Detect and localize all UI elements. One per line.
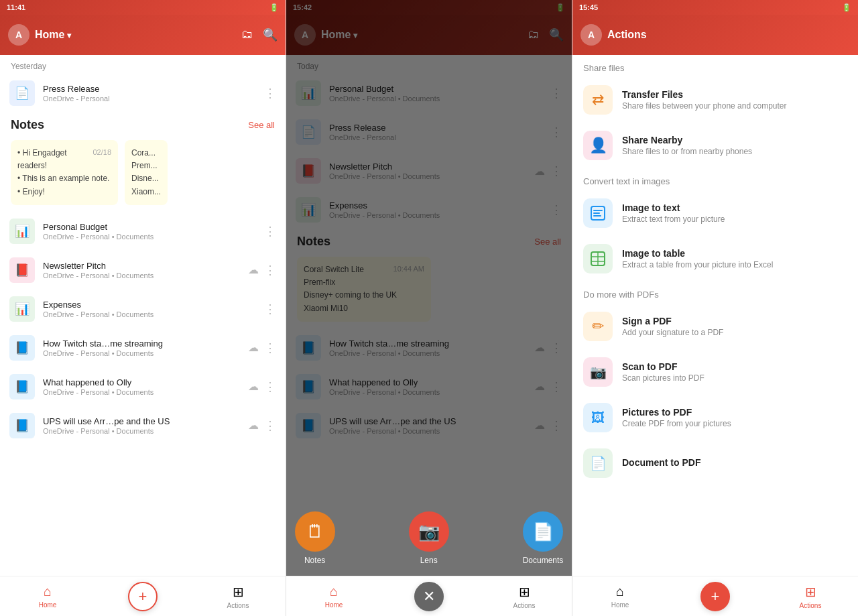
more-icon-ups-1[interactable]: ⋮ — [264, 418, 276, 433]
file-icon-personal-budget-1: 📊 — [9, 219, 35, 244]
fab-tray-lens[interactable]: 📷 Lens — [409, 511, 449, 565]
share-files-label: Share files — [572, 55, 858, 77]
home-title-1[interactable]: Home — [35, 29, 71, 41]
lens-fab-label: Lens — [420, 556, 438, 565]
actions-label-1: Actions — [227, 602, 249, 609]
actions-label-3: Actions — [800, 602, 822, 609]
share-nearby-icon: 👤 — [589, 137, 607, 154]
file-item-personal-budget-1[interactable]: 📊 Personal Budget OneDrive - Personal • … — [0, 212, 286, 251]
search-icon-1[interactable]: 🔍 — [263, 27, 278, 42]
home-label-1: Home — [39, 601, 57, 609]
bottom-nav-1: ⌂ Home + ⊞ Actions — [0, 576, 286, 616]
documents-fab-label: Documents — [523, 556, 564, 565]
avatar-3[interactable]: A — [580, 24, 602, 46]
notes-title-1: Notes — [11, 118, 44, 132]
notes-scroll-1: 02/18 • Hi Engadget readers! • This is a… — [0, 137, 286, 212]
note-card-2[interactable]: Cora... Prem... Disne... Xiaom... — [125, 140, 168, 205]
home-label-2: Home — [325, 601, 343, 609]
cloud-icon-twitch-1: ☁ — [248, 341, 259, 354]
actions-label-2: Actions — [513, 602, 536, 609]
scan-pdf-subtitle: Scan pictures into PDF — [622, 373, 704, 383]
document-pdf-icon-box: 📄 — [583, 448, 613, 478]
image-to-text-subtitle: Extract text from your picture — [622, 214, 725, 224]
action-pictures-pdf[interactable]: 🖼 Pictures to PDF Create PDF from your p… — [572, 395, 858, 440]
svg-rect-2 — [593, 212, 600, 214]
fab-button-3[interactable]: + — [700, 582, 730, 611]
more-icon-twitch-1[interactable]: ⋮ — [264, 341, 276, 355]
nav-actions-1[interactable]: ⊞ Actions — [190, 584, 286, 609]
file-item-twitch-1[interactable]: 📘 How Twitch sta…me streaming OneDrive -… — [0, 328, 286, 367]
action-share-nearby[interactable]: 👤 Share Nearby Share files to or from ne… — [572, 123, 858, 168]
lens-fab-circle: 📷 — [409, 511, 449, 552]
folder-icon-1[interactable]: 🗂 — [241, 27, 253, 42]
fab-button-1[interactable]: + — [128, 582, 158, 611]
fab-close-button[interactable]: ✕ — [414, 582, 444, 611]
cloud-icon-ups-1: ☁ — [248, 419, 259, 432]
sign-pdf-icon: ✏ — [592, 318, 604, 335]
action-transfer-files[interactable]: ⇄ Transfer Files Share files between you… — [572, 77, 858, 123]
fab-tray-documents[interactable]: 📄 Documents — [523, 511, 564, 565]
file-icon-expenses-1: 📊 — [9, 296, 35, 322]
file-icon-olly-1: 📘 — [9, 374, 35, 399]
file-info-press-release: Press Release OneDrive - Personal — [43, 84, 264, 103]
action-sign-pdf[interactable]: ✏ Sign a PDF Add your signature to a PDF — [572, 304, 858, 349]
home-icon-3: ⌂ — [616, 584, 624, 599]
transfer-files-subtitle: Share files between your phone and compu… — [622, 101, 787, 111]
image-to-table-icon — [589, 250, 607, 267]
more-icon-budget-1[interactable]: ⋮ — [264, 224, 276, 239]
documents-fab-circle: 📄 — [523, 511, 563, 552]
pdf-section-label: Do more with PDFs — [572, 282, 858, 304]
actions-icon-1: ⊞ — [233, 584, 244, 600]
file-item-ups-1[interactable]: 📘 UPS will use Arr…pe and the US OneDriv… — [0, 406, 286, 445]
status-bar-3: 15:45 🔋 — [572, 0, 858, 15]
notes-fab-circle: 🗒 — [295, 511, 335, 552]
time-3: 15:45 — [579, 3, 598, 11]
svg-rect-3 — [593, 215, 601, 217]
file-item-expenses-1[interactable]: 📊 Expenses OneDrive - Personal • Documen… — [0, 290, 286, 328]
nav-home-2[interactable]: ⌂ Home — [286, 584, 381, 609]
home-icon-2: ⌂ — [330, 584, 338, 599]
avatar-1[interactable]: A — [8, 24, 29, 46]
header-3: A Actions — [572, 15, 858, 55]
more-icon-olly-1[interactable]: ⋮ — [264, 379, 276, 394]
file-item-newsletter-1[interactable]: 📕 Newsletter Pitch OneDrive - Personal •… — [0, 251, 286, 290]
action-document-pdf[interactable]: 📄 Document to PDF — [572, 440, 858, 486]
nav-actions-3[interactable]: ⊞ Actions — [763, 584, 858, 609]
more-icon-expenses-1[interactable]: ⋮ — [264, 302, 276, 316]
nav-home-3[interactable]: ⌂ Home — [572, 584, 668, 609]
share-nearby-icon-box: 👤 — [583, 131, 613, 160]
image-to-table-subtitle: Extract a table from your picture into E… — [622, 260, 773, 269]
pictures-pdf-title: Pictures to PDF — [622, 407, 731, 418]
see-all-notes-1[interactable]: See all — [248, 120, 275, 130]
bottom-nav-2: ⌂ Home ✕ ⊞ Actions — [286, 576, 572, 616]
nav-fab-3[interactable]: + — [668, 582, 763, 611]
action-image-to-table[interactable]: Image to table Extract a table from your… — [572, 236, 858, 282]
panel-3: 15:45 🔋 A Actions Share files ⇄ Transfer… — [572, 0, 858, 616]
time-1: 11:41 — [7, 3, 25, 11]
scan-pdf-icon-box: 📷 — [583, 357, 613, 387]
nav-fab-1[interactable]: + — [95, 582, 190, 611]
pictures-pdf-icon-box: 🖼 — [583, 403, 613, 432]
nav-actions-2[interactable]: ⊞ Actions — [477, 584, 572, 609]
battery-1: 🔋 — [269, 3, 279, 12]
share-nearby-subtitle: Share files to or from nearby phones — [622, 147, 752, 156]
more-icon-newsletter-1[interactable]: ⋮ — [264, 263, 276, 278]
action-scan-pdf[interactable]: 📷 Scan to PDF Scan pictures into PDF — [572, 349, 858, 395]
file-item-olly-1[interactable]: 📘 What happened to Olly OneDrive - Perso… — [0, 367, 286, 406]
cloud-icon-newsletter-1: ☁ — [248, 263, 259, 276]
bottom-nav-3: ⌂ Home + ⊞ Actions — [572, 576, 858, 616]
action-image-to-text[interactable]: Image to text Extract text from your pic… — [572, 190, 858, 236]
file-item-press-release[interactable]: 📄 Press Release OneDrive - Personal ⋮ — [0, 74, 286, 113]
notes-fab-label: Notes — [304, 556, 325, 565]
nav-fab-close-2[interactable]: ✕ — [381, 582, 477, 611]
fab-tray-notes[interactable]: 🗒 Notes — [295, 511, 335, 565]
note-card-1[interactable]: 02/18 • Hi Engadget readers! • This is a… — [11, 140, 118, 205]
image-to-table-icon-box — [583, 244, 613, 273]
more-icon-press-release[interactable]: ⋮ — [264, 86, 276, 101]
nav-home-1[interactable]: ⌂ Home — [0, 584, 95, 609]
actions-icon-2: ⊞ — [519, 584, 530, 600]
transfer-files-icon: ⇄ — [592, 91, 604, 109]
file-icon-twitch-1: 📘 — [9, 335, 35, 361]
scan-pdf-icon: 📷 — [590, 364, 607, 380]
header-1: A Home 🗂 🔍 — [0, 15, 286, 55]
